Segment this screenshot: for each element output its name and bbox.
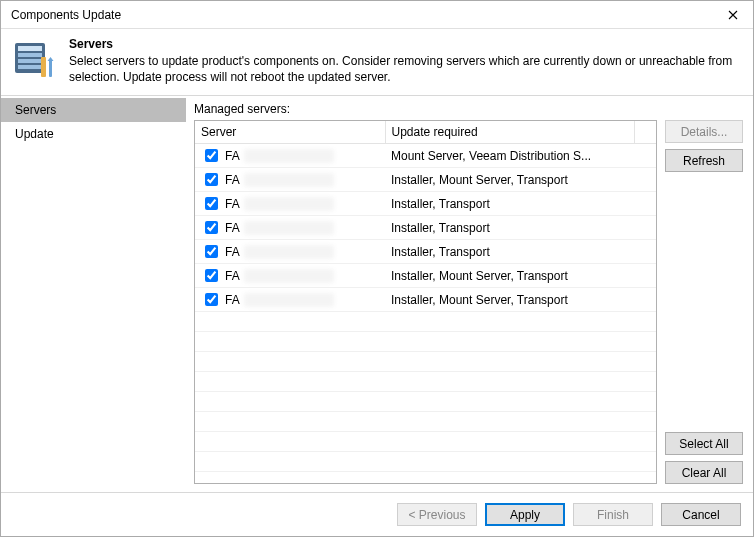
row-spacer xyxy=(634,216,656,240)
content-panel: Managed servers: Server Update required xyxy=(186,96,753,492)
row-spacer xyxy=(634,144,656,168)
select-all-button[interactable]: Select All xyxy=(665,432,743,455)
row-checkbox[interactable] xyxy=(205,197,218,210)
row-checkbox[interactable] xyxy=(205,293,218,306)
close-button[interactable] xyxy=(713,1,753,29)
row-checkbox[interactable] xyxy=(205,149,218,162)
previous-button[interactable]: < Previous xyxy=(397,503,477,526)
column-header-server[interactable]: Server xyxy=(195,121,385,144)
wizard-steps: Servers Update xyxy=(1,96,186,492)
row-checkbox[interactable] xyxy=(205,245,218,258)
update-required-cell: Installer, Transport xyxy=(385,192,634,216)
server-name-prefix: FA xyxy=(225,149,240,163)
server-cell: FA xyxy=(195,264,385,288)
server-cell: FA xyxy=(195,216,385,240)
svg-rect-6 xyxy=(49,60,52,77)
window-title: Components Update xyxy=(11,8,121,22)
table-row-empty xyxy=(195,392,656,412)
finish-button[interactable]: Finish xyxy=(573,503,653,526)
row-checkbox[interactable] xyxy=(205,269,218,282)
step-label: Update xyxy=(15,127,54,141)
table-row-empty xyxy=(195,472,656,484)
server-cell: FA xyxy=(195,288,385,312)
table-row[interactable]: FAInstaller, Transport xyxy=(195,216,656,240)
row-spacer xyxy=(634,264,656,288)
table-row[interactable]: FAInstaller, Transport xyxy=(195,240,656,264)
row-spacer xyxy=(634,168,656,192)
column-header-update[interactable]: Update required xyxy=(385,121,634,144)
wizard-body: Servers Update Managed servers: Server xyxy=(1,96,753,492)
server-name-prefix: FA xyxy=(225,269,240,283)
server-name-redacted xyxy=(244,245,334,259)
table-row-empty xyxy=(195,372,656,392)
server-name-prefix: FA xyxy=(225,197,240,211)
svg-rect-1 xyxy=(18,46,42,51)
titlebar: Components Update xyxy=(1,1,753,29)
server-cell: FA xyxy=(195,144,385,168)
svg-rect-4 xyxy=(18,65,42,69)
row-spacer xyxy=(634,288,656,312)
table-row-empty xyxy=(195,332,656,352)
row-spacer xyxy=(634,192,656,216)
update-required-cell: Installer, Mount Server, Transport xyxy=(385,168,634,192)
svg-rect-3 xyxy=(18,59,42,63)
header-icon xyxy=(13,37,57,81)
table-row-empty xyxy=(195,432,656,452)
svg-rect-2 xyxy=(18,53,42,57)
row-checkbox[interactable] xyxy=(205,173,218,186)
server-cell: FA xyxy=(195,240,385,264)
server-name-redacted xyxy=(244,221,334,235)
header-subtitle: Select servers to update product's compo… xyxy=(69,53,741,85)
server-name-prefix: FA xyxy=(225,173,240,187)
server-name-prefix: FA xyxy=(225,221,240,235)
svg-rect-5 xyxy=(41,57,46,77)
server-cell: FA xyxy=(195,168,385,192)
server-name-redacted xyxy=(244,149,334,163)
clear-all-button[interactable]: Clear All xyxy=(665,461,743,484)
table-row-empty xyxy=(195,412,656,432)
header-text: Servers Select servers to update product… xyxy=(69,37,741,85)
side-buttons: Details... Refresh Select All Clear All xyxy=(665,100,743,484)
table-row-empty xyxy=(195,452,656,472)
update-required-cell: Installer, Transport xyxy=(385,216,634,240)
server-name-redacted xyxy=(244,197,334,211)
server-name-redacted xyxy=(244,293,334,307)
table-row[interactable]: FAMount Server, Veeam Distribution S... xyxy=(195,144,656,168)
column-header-spacer xyxy=(634,121,656,144)
server-name-redacted xyxy=(244,173,334,187)
server-name-redacted xyxy=(244,269,334,283)
update-required-cell: Installer, Mount Server, Transport xyxy=(385,288,634,312)
wizard-header: Servers Select servers to update product… xyxy=(1,29,753,96)
cancel-button[interactable]: Cancel xyxy=(661,503,741,526)
server-name-prefix: FA xyxy=(225,293,240,307)
table-row-empty xyxy=(195,312,656,332)
update-required-cell: Installer, Transport xyxy=(385,240,634,264)
update-required-cell: Installer, Mount Server, Transport xyxy=(385,264,634,288)
step-servers[interactable]: Servers xyxy=(1,98,186,122)
step-label: Servers xyxy=(15,103,56,117)
step-update[interactable]: Update xyxy=(1,122,186,146)
wizard-footer: < Previous Apply Finish Cancel xyxy=(1,492,753,536)
details-button[interactable]: Details... xyxy=(665,120,743,143)
table-row[interactable]: FAInstaller, Mount Server, Transport xyxy=(195,288,656,312)
update-required-cell: Mount Server, Veeam Distribution S... xyxy=(385,144,634,168)
grid-label: Managed servers: xyxy=(194,102,657,116)
server-name-prefix: FA xyxy=(225,245,240,259)
apply-button[interactable]: Apply xyxy=(485,503,565,526)
table-row[interactable]: FAInstaller, Transport xyxy=(195,192,656,216)
table-row[interactable]: FAInstaller, Mount Server, Transport xyxy=(195,264,656,288)
server-cell: FA xyxy=(195,192,385,216)
table-row-empty xyxy=(195,352,656,372)
table-row[interactable]: FAInstaller, Mount Server, Transport xyxy=(195,168,656,192)
servers-grid: Server Update required FAMount Server, V… xyxy=(194,120,657,484)
row-checkbox[interactable] xyxy=(205,221,218,234)
refresh-button[interactable]: Refresh xyxy=(665,149,743,172)
row-spacer xyxy=(634,240,656,264)
close-icon xyxy=(728,10,738,20)
header-title: Servers xyxy=(69,37,741,51)
